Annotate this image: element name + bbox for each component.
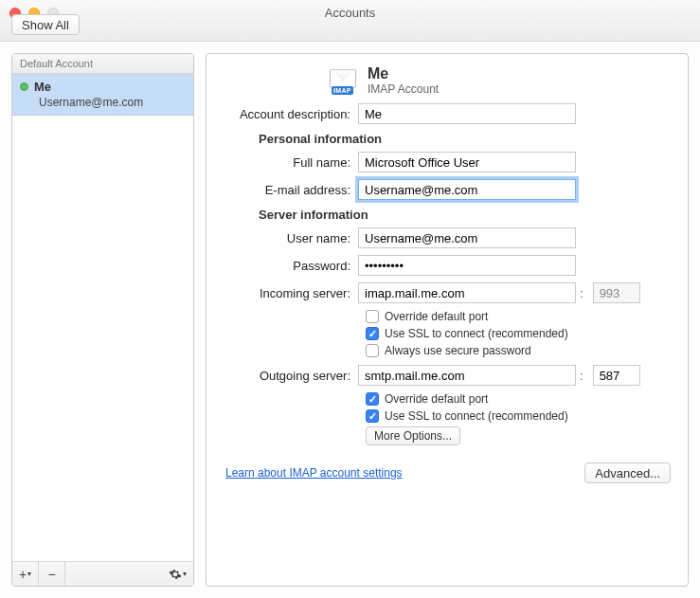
gear-icon — [169, 568, 182, 581]
incoming-ssl-label: Use SSL to connect (recommended) — [385, 327, 568, 340]
outgoing-ssl-checkbox[interactable] — [366, 409, 379, 423]
incoming-override-port-checkbox[interactable] — [366, 310, 379, 323]
more-options-button[interactable]: More Options... — [366, 426, 460, 445]
incoming-server-field[interactable] — [358, 282, 576, 303]
titlebar: Accounts Show All — [0, 0, 700, 42]
outgoing-server-label: Outgoing server: — [216, 369, 358, 383]
advanced-button[interactable]: Advanced... — [584, 462, 671, 483]
chevron-down-icon: ▾ — [27, 570, 31, 578]
account-detail-panel: IMAP Me IMAP Account Account description… — [206, 53, 689, 587]
account-list-item[interactable]: Me Username@me.com — [12, 74, 193, 116]
account-subtitle: Username@me.com — [39, 96, 186, 109]
remove-account-button[interactable]: − — [39, 562, 65, 586]
outgoing-override-port-checkbox[interactable] — [366, 392, 379, 406]
account-header: IMAP Me IMAP Account — [330, 65, 671, 96]
outgoing-server-field[interactable] — [358, 365, 576, 386]
incoming-secure-password-label: Always use secure password — [385, 344, 531, 357]
sidebar-header: Default Account — [12, 54, 193, 74]
account-name: Me — [34, 80, 51, 94]
password-field[interactable] — [358, 255, 576, 276]
server-info-section: Server information — [259, 208, 671, 222]
incoming-server-label: Incoming server: — [216, 286, 358, 300]
account-description-label: Account description: — [216, 107, 358, 121]
full-name-field[interactable] — [358, 152, 576, 172]
incoming-override-port-label: Override default port — [385, 310, 488, 323]
password-label: Password: — [216, 259, 358, 273]
email-field[interactable] — [358, 179, 576, 200]
incoming-secure-password-checkbox[interactable] — [366, 344, 379, 357]
account-description-field[interactable] — [358, 103, 576, 124]
chevron-down-icon: ▾ — [183, 570, 187, 578]
incoming-ssl-checkbox[interactable] — [366, 327, 379, 340]
full-name-label: Full name: — [216, 155, 358, 170]
account-actions-button[interactable]: ▾ — [161, 562, 193, 586]
accounts-sidebar: Default Account Me Username@me.com +▾ − … — [11, 53, 194, 587]
status-dot-icon — [20, 82, 28, 91]
email-label: E-mail address: — [216, 183, 358, 197]
window-title: Accounts — [0, 6, 700, 20]
learn-imap-link[interactable]: Learn about IMAP account settings — [225, 466, 403, 480]
accounts-window: Accounts Show All Default Account Me Use… — [0, 0, 700, 598]
incoming-port-field — [593, 282, 640, 303]
add-account-button[interactable]: +▾ — [12, 562, 39, 586]
username-label: User name: — [216, 231, 358, 245]
account-title: Me — [368, 65, 439, 82]
show-all-button[interactable]: Show All — [11, 14, 80, 35]
outgoing-override-port-label: Override default port — [385, 392, 488, 406]
outgoing-ssl-label: Use SSL to connect (recommended) — [385, 409, 568, 423]
sidebar-footer: +▾ − ▾ — [12, 561, 193, 586]
username-field[interactable] — [358, 227, 576, 248]
personal-info-section: Personal information — [259, 132, 671, 146]
mail-imap-icon: IMAP — [330, 67, 358, 94]
outgoing-port-field[interactable] — [593, 365, 640, 386]
account-type: IMAP Account — [368, 82, 439, 96]
